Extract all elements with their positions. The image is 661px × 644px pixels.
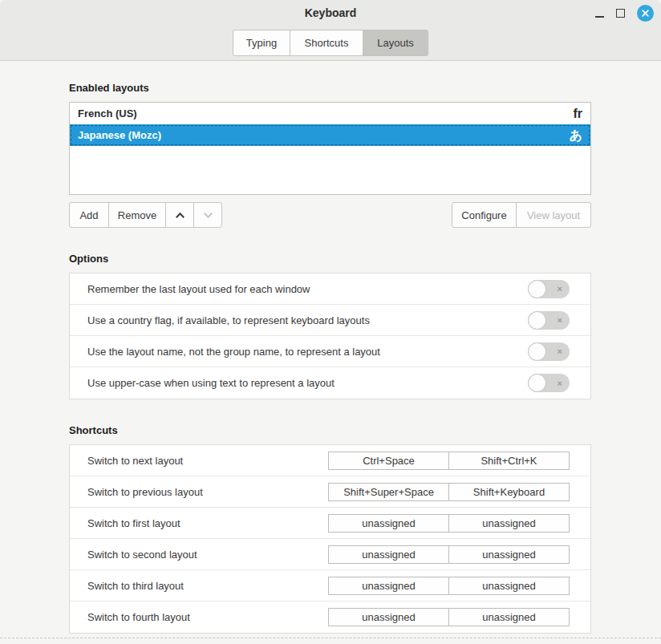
- option-label: Remember the last layout used for each w…: [87, 283, 310, 295]
- toggle-knob: [528, 374, 546, 392]
- layout-name: Japanese (Mozc): [78, 129, 161, 141]
- window-header: Keyboard Typing Shortcuts Layouts: [0, 0, 661, 61]
- shortcut-label: Switch to fourth layout: [87, 611, 190, 623]
- toggle-switch[interactable]: ×: [528, 311, 570, 330]
- keybinding-button-secondary[interactable]: unassigned: [448, 577, 570, 595]
- layout-indicator-glyph: あ: [570, 129, 582, 142]
- maximize-button[interactable]: [616, 9, 625, 18]
- chevron-down-icon: [203, 212, 213, 219]
- option-row: Use a country flag, if available, to rep…: [70, 305, 590, 336]
- keybinding-group: Shift+Super+Space Shift+Keyboard: [328, 483, 570, 501]
- toggle-off-icon: ×: [558, 285, 562, 294]
- configure-button[interactable]: Configure: [452, 202, 517, 228]
- window-controls: [595, 0, 654, 26]
- keybinding-group: unassigned unassigned: [328, 608, 570, 626]
- option-label: Use a country flag, if available, to rep…: [87, 314, 370, 326]
- keybinding-button-primary[interactable]: Ctrl+Space: [328, 452, 449, 470]
- keybinding-button-primary[interactable]: unassigned: [328, 514, 449, 533]
- toggle-knob: [528, 280, 546, 298]
- shortcuts-heading: Shortcuts: [69, 424, 661, 437]
- shortcut-label: Switch to third layout: [87, 580, 184, 592]
- layout-list-item[interactable]: French (US) fr: [70, 103, 590, 124]
- toggle-switch[interactable]: ×: [528, 342, 570, 361]
- minimize-button[interactable]: [595, 8, 604, 18]
- keybinding-button-secondary[interactable]: Shift+Keyboard: [448, 483, 570, 501]
- toggle-switch[interactable]: ×: [528, 374, 570, 392]
- tab-shortcuts[interactable]: Shortcuts: [290, 30, 363, 56]
- move-layout-up-button[interactable]: [165, 202, 194, 228]
- keybinding-group: unassigned unassigned: [328, 545, 570, 564]
- add-layout-button[interactable]: Add: [69, 202, 109, 228]
- toggle-switch[interactable]: ×: [528, 280, 570, 298]
- option-label: Use the layout name, not the group name,…: [87, 346, 380, 358]
- options-box: Remember the last layout used for each w…: [69, 273, 591, 399]
- layouts-page: Enabled layouts French (US) fr Japanese …: [0, 61, 661, 634]
- keybinding-button-secondary[interactable]: Shift+Ctrl+K: [448, 452, 570, 470]
- close-button[interactable]: [637, 5, 654, 22]
- shortcut-row: Switch to previous layout Shift+Super+Sp…: [70, 476, 590, 508]
- enabled-layouts-heading: Enabled layouts: [69, 82, 661, 95]
- option-row: Remember the last layout used for each w…: [70, 273, 590, 305]
- move-layout-down-button[interactable]: [193, 202, 222, 228]
- titlebar: Keyboard: [0, 0, 661, 26]
- close-icon: [641, 9, 650, 18]
- window-title: Keyboard: [305, 6, 357, 19]
- keybinding-button-secondary[interactable]: unassigned: [448, 545, 570, 564]
- shortcut-row: Switch to second layout unassigned unass…: [70, 539, 590, 570]
- options-section: Options Remember the last layout used fo…: [69, 253, 661, 399]
- layout-name: French (US): [78, 107, 137, 119]
- toggle-off-icon: ×: [558, 316, 562, 325]
- toggle-off-icon: ×: [558, 379, 562, 387]
- shortcuts-box: Switch to next layout Ctrl+Space Shift+C…: [69, 444, 591, 634]
- minimize-icon: [595, 16, 604, 18]
- enabled-layouts-section: Enabled layouts French (US) fr Japanese …: [69, 82, 661, 228]
- toggle-knob: [528, 342, 546, 361]
- view-layout-button[interactable]: View layout: [516, 202, 591, 228]
- toolbar-spacer: [222, 202, 452, 228]
- keybinding-button-primary[interactable]: unassigned: [328, 545, 449, 564]
- scroll-overshoot-divider: [0, 638, 661, 638]
- keybinding-group: unassigned unassigned: [328, 577, 570, 595]
- shortcut-label: Switch to next layout: [87, 455, 183, 467]
- shortcut-label: Switch to first layout: [87, 517, 180, 529]
- shortcut-row: Switch to next layout Ctrl+Space Shift+C…: [70, 445, 590, 476]
- keybinding-group: unassigned unassigned: [328, 514, 570, 533]
- shortcut-row: Switch to first layout unassigned unassi…: [70, 508, 590, 539]
- remove-layout-button[interactable]: Remove: [108, 202, 166, 228]
- option-row: Use the layout name, not the group name,…: [70, 336, 590, 367]
- option-label: Use upper-case when using text to repres…: [87, 377, 335, 389]
- keybinding-group: Ctrl+Space Shift+Ctrl+K: [328, 452, 570, 470]
- tab-typing[interactable]: Typing: [233, 30, 290, 56]
- keybinding-button-primary[interactable]: Shift+Super+Space: [328, 483, 449, 501]
- keybinding-button-primary[interactable]: unassigned: [328, 608, 449, 626]
- toggle-off-icon: ×: [558, 347, 562, 356]
- shortcut-row: Switch to fourth layout unassigned unass…: [70, 601, 590, 633]
- layout-list-toolbar: Add Remove Configure View layout: [69, 202, 591, 228]
- shortcuts-section: Shortcuts Switch to next layout Ctrl+Spa…: [69, 424, 661, 634]
- keyboard-settings-window: Keyboard Typing Shortcuts Layouts: [0, 0, 661, 644]
- keybinding-button-secondary[interactable]: unassigned: [448, 608, 570, 626]
- keybinding-button-secondary[interactable]: unassigned: [448, 514, 570, 533]
- shortcut-row: Switch to third layout unassigned unassi…: [70, 570, 590, 601]
- options-heading: Options: [69, 253, 661, 265]
- shortcut-label: Switch to second layout: [87, 549, 197, 561]
- keybinding-button-primary[interactable]: unassigned: [328, 577, 449, 595]
- maximize-icon: [616, 9, 625, 18]
- option-row: Use upper-case when using text to repres…: [70, 367, 590, 399]
- toggle-knob: [528, 311, 546, 330]
- tab-bar: Typing Shortcuts Layouts: [0, 26, 661, 56]
- tab-layouts[interactable]: Layouts: [363, 30, 428, 56]
- layout-list-item[interactable]: Japanese (Mozc) あ: [70, 124, 590, 146]
- shortcut-label: Switch to previous layout: [87, 486, 203, 498]
- layout-list: French (US) fr Japanese (Mozc) あ: [69, 102, 591, 195]
- layout-indicator-glyph: fr: [573, 107, 582, 120]
- chevron-up-icon: [175, 212, 185, 219]
- tab-group: Typing Shortcuts Layouts: [233, 30, 428, 56]
